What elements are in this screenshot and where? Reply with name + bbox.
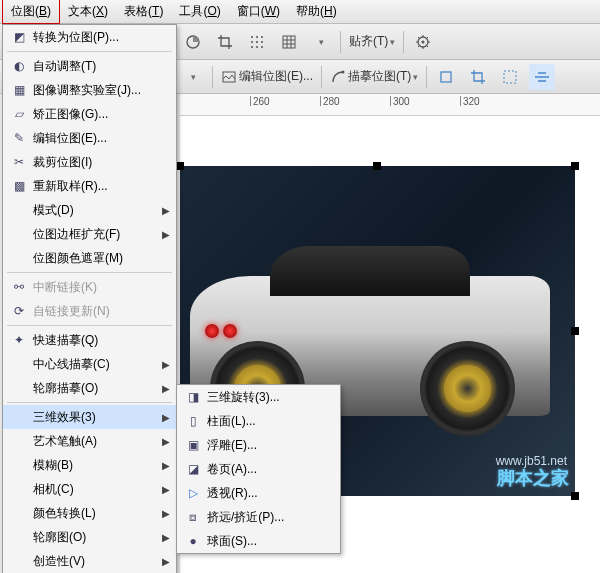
- svg-point-9: [261, 46, 263, 48]
- menu-help[interactable]: 帮助(H): [288, 0, 345, 23]
- menu-color-transform[interactable]: 颜色转换(L)▶: [3, 501, 176, 525]
- submenu-arrow-icon: ▶: [162, 460, 170, 471]
- bitmap-menu-dropdown: ◩转换为位图(P)... ◐自动调整(T) ▦图像调整实验室(J)... ▱矫正…: [2, 24, 177, 573]
- submenu-arrow-icon: ▶: [162, 205, 170, 216]
- dropdown-icon[interactable]: ▾: [308, 29, 334, 55]
- submenu-arrow-icon: ▶: [162, 383, 170, 394]
- crop-tool-icon[interactable]: [212, 29, 238, 55]
- menu-separator: [7, 51, 172, 52]
- watermark-brand: 脚本之家: [497, 466, 569, 490]
- svg-point-8: [256, 46, 258, 48]
- menu-update-link: ⟳自链接更新(N): [3, 299, 176, 323]
- sphere-icon: ●: [183, 534, 203, 548]
- submenu-arrow-icon: ▶: [162, 532, 170, 543]
- options-icon[interactable]: [410, 29, 436, 55]
- menu-blur[interactable]: 模糊(B)▶: [3, 453, 176, 477]
- menu-convert-to-bitmap[interactable]: ◩转换为位图(P)...: [3, 25, 176, 49]
- menu-contour[interactable]: 轮廓图(O)▶: [3, 525, 176, 549]
- submenu-arrow-icon: ▶: [162, 359, 170, 370]
- ruler-tick: 260: [250, 96, 270, 106]
- menu-3d-effects[interactable]: 三维效果(3)▶: [3, 405, 176, 429]
- submenu-emboss[interactable]: ▣浮雕(E)...: [177, 433, 340, 457]
- pinch-icon: ⧈: [183, 510, 203, 524]
- rect-select-icon[interactable]: [433, 64, 459, 90]
- chevron-down-icon[interactable]: ▾: [180, 64, 206, 90]
- svg-point-14: [342, 70, 345, 73]
- menu-straighten[interactable]: ▱矫正图像(G)...: [3, 102, 176, 126]
- menu-image-lab[interactable]: ▦图像调整实验室(J)...: [3, 78, 176, 102]
- submenu-arrow-icon: ▶: [162, 556, 170, 567]
- pie-chart-icon[interactable]: [180, 29, 206, 55]
- grid-dots-icon[interactable]: [244, 29, 270, 55]
- separator: [212, 66, 213, 88]
- submenu-perspective[interactable]: ▷透视(R)...: [177, 481, 340, 505]
- page-curl-icon: ◪: [183, 462, 203, 476]
- svg-rect-10: [283, 36, 295, 48]
- menu-bitmap[interactable]: 位图(B): [2, 0, 60, 24]
- edit-bitmap-button[interactable]: 编辑位图(E)...: [219, 68, 315, 85]
- submenu-cylinder[interactable]: ▯柱面(L)...: [177, 409, 340, 433]
- svg-rect-16: [504, 71, 516, 83]
- horizontal-ruler: 260 280 300 320: [180, 94, 600, 116]
- separator: [340, 31, 341, 53]
- selection-handle[interactable]: [176, 162, 184, 170]
- auto-adjust-icon: ◐: [9, 59, 29, 73]
- menu-inflate-border[interactable]: 位图边框扩充(F)▶: [3, 222, 176, 246]
- submenu-pinch[interactable]: ⧈挤远/挤近(P)...: [177, 505, 340, 529]
- submenu-sphere[interactable]: ●球面(S)...: [177, 529, 340, 553]
- menu-tools[interactable]: 工具(O): [171, 0, 228, 23]
- selection-handle[interactable]: [373, 162, 381, 170]
- 3d-effects-submenu: ◨三维旋转(3)... ▯柱面(L)... ▣浮雕(E)... ◪卷页(A)..…: [176, 384, 341, 554]
- selection-handle[interactable]: [571, 492, 579, 500]
- menu-camera[interactable]: 相机(C)▶: [3, 477, 176, 501]
- svg-point-6: [261, 41, 263, 43]
- menu-edit-bitmap[interactable]: ✎编辑位图(E)...: [3, 126, 176, 150]
- trace-bitmap-dropdown[interactable]: 描摹位图(T) ▾: [328, 68, 420, 85]
- menu-mode[interactable]: 模式(D)▶: [3, 198, 176, 222]
- svg-point-12: [422, 40, 425, 43]
- menu-creative[interactable]: 创造性(V)▶: [3, 549, 176, 573]
- ruler-tick: 300: [390, 96, 410, 106]
- menu-art-strokes[interactable]: 艺术笔触(A)▶: [3, 429, 176, 453]
- svg-point-2: [256, 36, 258, 38]
- straighten-icon: ▱: [9, 107, 29, 121]
- crop-icon[interactable]: [465, 64, 491, 90]
- menu-separator: [7, 272, 172, 273]
- menu-window[interactable]: 窗口(W): [229, 0, 288, 23]
- submenu-arrow-icon: ▶: [162, 484, 170, 495]
- bounds-icon[interactable]: [497, 64, 523, 90]
- lab-icon: ▦: [9, 83, 29, 97]
- submenu-arrow-icon: ▶: [162, 508, 170, 519]
- menu-text[interactable]: 文本(X): [60, 0, 116, 23]
- submenu-page-curl[interactable]: ◪卷页(A)...: [177, 457, 340, 481]
- selection-handle[interactable]: [571, 327, 579, 335]
- link-icon: ⚯: [9, 280, 29, 294]
- update-icon: ⟳: [9, 304, 29, 318]
- menu-outline-trace[interactable]: 轮廓描摹(O)▶: [3, 376, 176, 400]
- grid-icon[interactable]: [276, 29, 302, 55]
- separator: [403, 31, 404, 53]
- perspective-icon: ▷: [183, 486, 203, 500]
- edit-bitmap-icon: ✎: [9, 131, 29, 145]
- snap-to-dropdown[interactable]: 贴齐(T) ▾: [347, 33, 397, 50]
- menu-quick-trace[interactable]: ✦快速描摹(Q): [3, 328, 176, 352]
- menu-auto-adjust[interactable]: ◐自动调整(T): [3, 54, 176, 78]
- align-icon[interactable]: [529, 64, 555, 90]
- separator: [426, 66, 427, 88]
- menu-separator: [7, 325, 172, 326]
- menu-color-mask[interactable]: 位图颜色遮罩(M): [3, 246, 176, 270]
- menu-separator: [7, 402, 172, 403]
- convert-icon: ◩: [9, 30, 29, 44]
- rotate-3d-icon: ◨: [183, 390, 203, 404]
- submenu-3d-rotate[interactable]: ◨三维旋转(3)...: [177, 385, 340, 409]
- ruler-tick: 320: [460, 96, 480, 106]
- svg-rect-15: [441, 72, 451, 82]
- menu-crop-bitmap[interactable]: ✂裁剪位图(I): [3, 150, 176, 174]
- menu-table[interactable]: 表格(T): [116, 0, 171, 23]
- menu-resample[interactable]: ▩重新取样(R)...: [3, 174, 176, 198]
- resample-icon: ▩: [9, 179, 29, 193]
- svg-point-4: [251, 41, 253, 43]
- selection-handle[interactable]: [571, 162, 579, 170]
- menubar: 位图(B) 文本(X) 表格(T) 工具(O) 窗口(W) 帮助(H): [0, 0, 600, 24]
- menu-centerline-trace[interactable]: 中心线描摹(C)▶: [3, 352, 176, 376]
